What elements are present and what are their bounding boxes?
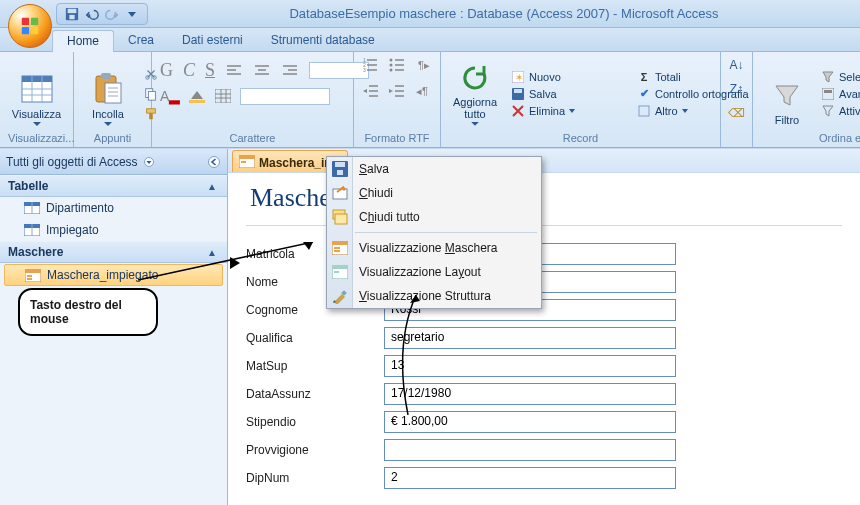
field-dipnum[interactable]: 2 bbox=[384, 467, 676, 489]
save-small-icon bbox=[511, 87, 525, 101]
window-title: DatabaseEsempio maschere : Database (Acc… bbox=[148, 6, 860, 21]
filtro-button[interactable]: Filtro bbox=[761, 59, 813, 129]
form-icon bbox=[239, 155, 255, 171]
layout-view-icon bbox=[331, 263, 349, 281]
outdent-icon[interactable] bbox=[362, 82, 380, 100]
tab-home[interactable]: Home bbox=[52, 30, 114, 52]
align-center-icon[interactable] bbox=[253, 62, 271, 80]
menu-salva[interactable]: Salva bbox=[327, 157, 541, 181]
menu-chiudi-tutto[interactable]: Chiudi tutto bbox=[327, 205, 541, 229]
nav-table-impiegato[interactable]: Impiegato bbox=[0, 219, 227, 241]
close-all-icon bbox=[331, 208, 349, 226]
field-matsup[interactable]: 13 bbox=[384, 355, 676, 377]
svg-rect-62 bbox=[335, 214, 347, 224]
design-view-icon bbox=[331, 287, 349, 305]
save-icon[interactable] bbox=[65, 7, 79, 21]
label-stipendio: Stipendio bbox=[246, 415, 384, 429]
group-record: Record bbox=[449, 131, 712, 145]
tab-dati[interactable]: Dati esterni bbox=[168, 30, 257, 51]
new-icon: ✶ bbox=[511, 70, 525, 84]
svg-rect-14 bbox=[101, 73, 111, 79]
menu-vis-struttura[interactable]: Visualizzazione Struttura bbox=[327, 284, 541, 308]
sort-desc-icon[interactable]: Z↑ bbox=[728, 80, 746, 98]
aggiorna-tutto-button[interactable]: Aggiorna tutto bbox=[449, 59, 501, 129]
svg-rect-40 bbox=[822, 88, 834, 100]
svg-text:◂¶: ◂¶ bbox=[416, 85, 428, 97]
close-icon bbox=[331, 184, 349, 202]
ribbon: Visualizza Visualizzazi... Incolla bbox=[0, 52, 860, 148]
svg-rect-66 bbox=[334, 250, 340, 252]
menu-vis-layout[interactable]: Visualizzazione Layout bbox=[327, 260, 541, 284]
rtl-icon[interactable]: ◂¶ bbox=[414, 82, 432, 100]
font-underline-icon[interactable]: S bbox=[205, 60, 215, 81]
gridlines-icon[interactable] bbox=[214, 87, 232, 105]
nav-section-maschere-label: Maschere bbox=[8, 245, 63, 259]
context-menu: Salva Chiudi Chiudi tutto Visualizzazion… bbox=[326, 156, 542, 309]
svg-point-32 bbox=[390, 69, 393, 72]
annotation-callout: Tasto destro del mouse bbox=[18, 288, 158, 336]
redo-icon[interactable] bbox=[105, 7, 119, 21]
svg-rect-8 bbox=[22, 76, 52, 82]
nav-table-dipartimento[interactable]: Dipartimento bbox=[0, 197, 227, 219]
refresh-icon bbox=[458, 62, 492, 94]
nav-section-maschere[interactable]: Maschere ▲ bbox=[0, 241, 227, 263]
elimina-button[interactable]: Elimina bbox=[507, 103, 627, 119]
tab-strumenti[interactable]: Strumenti database bbox=[257, 30, 389, 51]
svg-rect-51 bbox=[25, 269, 41, 273]
ltr-icon[interactable]: ¶▸ bbox=[414, 56, 432, 74]
indent-icon[interactable] bbox=[388, 82, 406, 100]
salva-button[interactable]: Salva bbox=[507, 86, 627, 102]
font-select[interactable] bbox=[240, 88, 330, 105]
toggle-filter-icon bbox=[821, 104, 835, 118]
incolla-button[interactable]: Incolla bbox=[82, 59, 134, 129]
align-right-icon[interactable] bbox=[281, 62, 299, 80]
svg-rect-15 bbox=[105, 83, 121, 103]
record-selector-icon[interactable] bbox=[230, 257, 240, 269]
menu-vis-maschera[interactable]: Visualizzazione Maschera bbox=[327, 236, 541, 260]
tab-crea[interactable]: Crea bbox=[114, 30, 168, 51]
menu-vis-struttura-label: Visualizzazione Struttura bbox=[359, 289, 491, 303]
field-dataassunz[interactable]: 17/12/1980 bbox=[384, 383, 676, 405]
nav-collapse-icon[interactable] bbox=[207, 155, 221, 169]
incolla-label: Incolla bbox=[92, 108, 124, 120]
field-stipendio[interactable]: € 1.800,00 bbox=[384, 411, 676, 433]
field-qualifica[interactable]: segretario bbox=[384, 327, 676, 349]
nav-table-dipartimento-label: Dipartimento bbox=[46, 201, 114, 215]
qat-dropdown-icon[interactable] bbox=[125, 7, 139, 21]
sort-asc-icon[interactable]: A↓ bbox=[728, 56, 746, 74]
font-color-icon[interactable]: A▂ bbox=[160, 88, 180, 104]
font-italic-icon[interactable]: C bbox=[183, 60, 195, 81]
ribbon-tabs: Home Crea Dati esterni Strumenti databas… bbox=[0, 28, 860, 52]
svg-rect-5 bbox=[68, 8, 77, 12]
visualizza-button[interactable]: Visualizza bbox=[8, 59, 65, 129]
group-formato-rtf: Formato RTF bbox=[362, 131, 432, 145]
font-bold-icon[interactable]: G bbox=[160, 60, 173, 81]
office-orb-button[interactable] bbox=[8, 4, 52, 48]
nav-form-maschera-impiegato[interactable]: Maschera_impiegato bbox=[4, 264, 223, 286]
menu-chiudi[interactable]: Chiudi bbox=[327, 181, 541, 205]
menu-chiudi-tutto-label: Chiudi tutto bbox=[359, 210, 420, 224]
group-appunti: Appunti bbox=[82, 131, 143, 145]
fill-color-icon[interactable] bbox=[188, 87, 206, 105]
svg-rect-52 bbox=[27, 275, 32, 277]
label-matsup: MatSup bbox=[246, 359, 384, 373]
avanzate-button[interactable]: Avanz bbox=[817, 86, 860, 102]
undo-icon[interactable] bbox=[85, 7, 99, 21]
nav-section-tabelle[interactable]: Tabelle ▲ bbox=[0, 175, 227, 197]
numbering-icon[interactable]: 123 bbox=[362, 56, 380, 74]
attiva-button[interactable]: Attiva/ bbox=[817, 103, 860, 119]
collapse-up-icon: ▲ bbox=[205, 245, 219, 259]
align-left-icon[interactable] bbox=[225, 62, 243, 80]
advanced-filter-icon bbox=[821, 87, 835, 101]
nav-title-bar[interactable]: Tutti gli oggetti di Access bbox=[0, 149, 227, 175]
bullets-icon[interactable] bbox=[388, 56, 406, 74]
svg-rect-0 bbox=[22, 18, 29, 25]
svg-rect-59 bbox=[337, 170, 343, 175]
nuovo-button[interactable]: ✶Nuovo bbox=[507, 69, 627, 85]
clear-sort-icon[interactable]: ⌫ bbox=[728, 104, 746, 122]
form-view: Masche Matricola NomeMario CognomeRossi … bbox=[228, 173, 860, 505]
svg-text:3: 3 bbox=[363, 67, 366, 72]
field-provvigione[interactable] bbox=[384, 439, 676, 461]
nav-title-dropdown-icon[interactable] bbox=[142, 155, 156, 169]
selezione-button[interactable]: Selezio bbox=[817, 69, 860, 85]
